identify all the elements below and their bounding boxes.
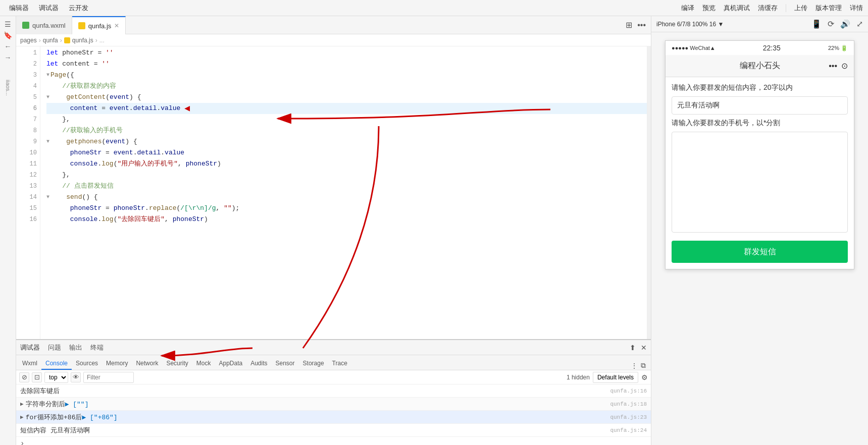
tab-mock[interactable]: Mock xyxy=(192,358,215,370)
code-lines: let phoneStr = '' let content = '' ▼Page… xyxy=(40,46,647,339)
tab-network[interactable]: Network xyxy=(132,358,162,370)
menu-clear-cache[interactable]: 清缓存 xyxy=(758,4,778,13)
more-options-icon[interactable]: ••• xyxy=(637,21,646,30)
console-row-2-text: 字符串分割后 xyxy=(26,400,65,409)
tab-storage[interactable]: Storage xyxy=(299,358,328,370)
show-dom-btn[interactable]: 👁 xyxy=(71,372,81,382)
code-line-6: content = event.detail.value ◀ xyxy=(46,103,647,114)
console-toolbar: ⊘ ⊡ top 👁 1 hidden Default levels ⚙ xyxy=(16,370,651,384)
tab-sensor[interactable]: Sensor xyxy=(272,358,299,370)
tab-js-label: qunfa.js xyxy=(88,22,112,30)
phone-settings-icon[interactable]: 🔊 xyxy=(840,19,850,29)
tab-js[interactable]: qunfa.js ✕ xyxy=(72,16,126,34)
console-row-4-text: 短信内容 元旦有活动啊 xyxy=(20,426,610,435)
split-editor-icon[interactable]: ⊞ xyxy=(626,20,632,30)
tab-bar: qunfa.wxml qunfa.js ✕ ⊞ ••• xyxy=(16,16,651,34)
console-prompt-icon: › xyxy=(20,439,24,445)
phone-rotate-icon[interactable]: ⟳ xyxy=(828,19,834,29)
sidebar-collapse-icon[interactable]: ☰ xyxy=(5,20,11,28)
menu-cloud[interactable]: 云开发 xyxy=(65,3,92,14)
phone-send-btn[interactable]: 群发短信 xyxy=(672,241,848,263)
devtools-close-icon[interactable]: ✕ xyxy=(641,344,647,352)
stop-logs-btn[interactable]: ⊡ xyxy=(32,372,42,382)
code-line-2: let content = '' xyxy=(46,59,647,70)
phone-header: iPhone 6/7/8 100% 16 ▼ 📱 ⟳ 🔊 ⤢ xyxy=(651,16,868,32)
phone-expand-icon[interactable]: ⤢ xyxy=(856,19,863,29)
console-row-3: ▶ for循环添加+86后 ▶ ["+86"] qunfa.js:23 xyxy=(16,411,651,424)
filter-input[interactable] xyxy=(83,372,134,383)
code-line-9: ▼ getphones(event) { xyxy=(46,136,647,147)
sidebar-bookmark-icon[interactable]: 🔖 xyxy=(4,31,12,39)
phone-textarea[interactable] xyxy=(672,132,848,233)
console-row-4-link[interactable]: qunfa.js:24 xyxy=(610,427,647,433)
sidebar-forward-icon[interactable]: → xyxy=(5,53,12,62)
console-settings-icon[interactable]: ⚙ xyxy=(641,373,648,381)
tab-security[interactable]: Security xyxy=(162,358,192,370)
tab-memory[interactable]: Memory xyxy=(102,358,132,370)
console-row-4: 短信内容 元旦有活动啊 qunfa.js:24 xyxy=(16,424,651,437)
console-row-1-link[interactable]: qunfa.js:16 xyxy=(610,388,647,394)
devtools-tabs-more[interactable]: ⋮ xyxy=(631,362,638,370)
clear-console-btn[interactable]: ⊘ xyxy=(19,372,29,382)
code-line-13: // 点击群发短信 xyxy=(46,181,647,192)
tab-console[interactable]: Console xyxy=(41,358,72,370)
breadcrumb-qunfa[interactable]: qunfa xyxy=(43,37,58,44)
context-selector[interactable]: top xyxy=(44,372,68,383)
code-line-8: //获取输入的手机号 xyxy=(46,125,647,136)
devtools-expand-icon[interactable]: ⬆ xyxy=(630,344,636,352)
tab-wxml[interactable]: qunfa.wxml xyxy=(16,16,72,34)
console-row-1-text: 去除回车键后 xyxy=(20,386,610,396)
menu-debugger[interactable]: 调试器 xyxy=(35,3,63,14)
tab-js-close[interactable]: ✕ xyxy=(114,22,119,29)
console-row-3-link[interactable]: qunfa.js:23 xyxy=(610,414,647,420)
phone-frame: ●●●●● WeChat▲ 22:35 22% 🔋 编程小石头 ••• ⊙ 请输… xyxy=(665,40,854,269)
menu-compile[interactable]: 编译 xyxy=(681,4,694,13)
code-line-16: console.log("去除回车键后", phoneStr) xyxy=(46,214,647,225)
phone-content: 请输入你要群发的短信内容，20字以内 元旦有活动啊 请输入你要群发的手机号，以*… xyxy=(666,77,854,269)
menu-editor[interactable]: 编辑器 xyxy=(5,3,33,14)
console-expand-2[interactable]: ▶ xyxy=(20,401,24,407)
console-expand-3[interactable]: ▶ xyxy=(20,414,24,420)
console-row-3-text: for循环添加+86后 xyxy=(26,413,82,422)
devtools-header-debugger[interactable]: 调试器 xyxy=(20,343,40,352)
device-selector[interactable]: iPhone 6/7/8 100% 16 ▼ xyxy=(656,21,724,28)
code-line-10: phoneStr = event.detail.value xyxy=(46,147,647,158)
code-line-1: let phoneStr = '' xyxy=(46,47,647,59)
phone-nav-dots[interactable]: ••• xyxy=(829,62,837,71)
phone-battery: 22% 🔋 xyxy=(828,45,848,51)
phone-nav-close[interactable]: ⊙ xyxy=(841,61,848,71)
default-levels-btn[interactable]: Default levels xyxy=(593,372,638,383)
tab-trace[interactable]: Trace xyxy=(328,358,351,370)
menu-device-debug[interactable]: 真机调试 xyxy=(724,4,750,13)
top-menubar: 编辑器 调试器 云开发 编译 预览 真机调试 清缓存 上传 版本管理 详情 xyxy=(0,0,868,16)
devtools-header-issues[interactable]: 问题 xyxy=(48,343,61,352)
sidebar-back-icon[interactable]: ← xyxy=(5,42,12,50)
code-line-5: ▼ getContent(event) { xyxy=(46,92,647,103)
console-row-3-value: ▶ ["+86"] xyxy=(82,413,117,421)
menu-upload[interactable]: 上传 xyxy=(794,4,807,13)
console-row-2-link[interactable]: qunfa.js:18 xyxy=(610,401,647,407)
breadcrumb-pages[interactable]: pages xyxy=(20,37,37,44)
code-line-15: phoneStr = phoneStr.replace(/[\r\n]/g, "… xyxy=(46,203,647,214)
tab-audits[interactable]: Audits xyxy=(246,358,271,370)
arrow-indicator-line6: ◀ xyxy=(184,103,190,114)
menu-preview[interactable]: 预览 xyxy=(702,4,716,13)
tab-appdata[interactable]: AppData xyxy=(215,358,246,370)
code-line-3: ▼Page({ xyxy=(46,70,647,81)
line-numbers: 1 2 3 4 5 6 7 8 9 10 11 12 13 14 15 16 xyxy=(16,46,40,339)
devtools-detach-icon[interactable]: ⧉ xyxy=(641,361,646,370)
breadcrumb-file[interactable]: qunfa.js xyxy=(72,37,93,44)
console-row-2-value: ▶ [""] xyxy=(65,400,89,408)
breadcrumb-js-icon xyxy=(64,37,70,43)
menu-version[interactable]: 版本管理 xyxy=(815,4,842,13)
phone-signal: ●●●●● WeChat▲ xyxy=(672,45,716,51)
tab-wxml-devtools[interactable]: Wxml xyxy=(18,358,41,370)
phone-time: 22:35 xyxy=(763,44,781,52)
tab-sources[interactable]: Sources xyxy=(72,358,102,370)
console-output: 去除回车键后 qunfa.js:16 ▶ 字符串分割后 ▶ [""] qunfa… xyxy=(16,384,651,445)
devtools-header-terminal[interactable]: 终端 xyxy=(90,343,104,352)
console-row-2: ▶ 字符串分割后 ▶ [""] qunfa.js:18 xyxy=(16,398,651,411)
menu-details[interactable]: 详情 xyxy=(850,4,863,13)
phone-tablet-icon[interactable]: 📱 xyxy=(811,19,822,29)
devtools-header-output[interactable]: 输出 xyxy=(69,343,82,352)
